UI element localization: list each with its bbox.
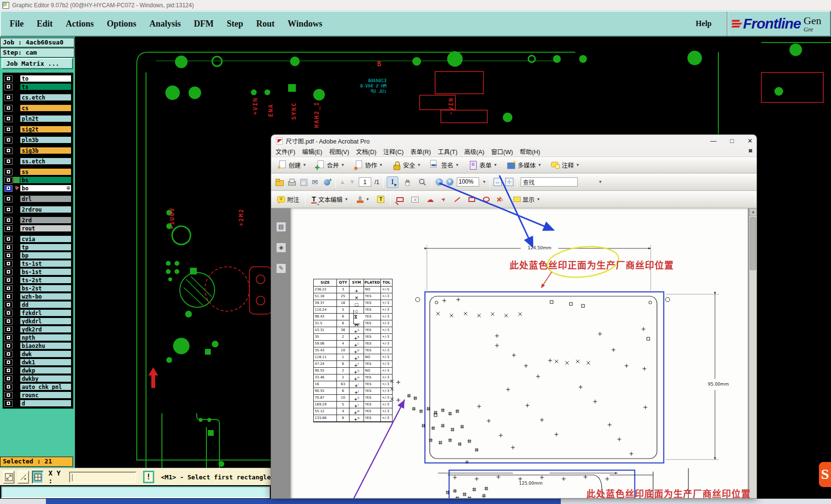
toolbar-close-icon[interactable]: ✖ [748,148,753,154]
save-icon[interactable] [299,178,308,187]
task-button-icon [277,160,287,170]
drill-table-row: 35.43 10 +D YES +/-3 [314,347,392,354]
task-toolbar-button[interactable]: 创建 ▼ [275,159,308,171]
layers-panel-icon[interactable]: ◈ [276,243,286,253]
arrow-button[interactable]: ➤ [439,195,448,203]
drill-table-row: 47.24 6 +F YES +/-3 [314,361,392,368]
task-button-icon [353,160,363,170]
hand-tool[interactable] [402,176,413,188]
select-tool[interactable]: I [387,176,398,188]
fit-width-icon[interactable]: ↔ [494,178,502,186]
attachments-panel-icon[interactable]: ✎ [276,263,286,274]
drill-table-row: 110.24 5 ◇ YES +/-3 [314,307,392,314]
show-button[interactable]: 显示 ▼ [511,194,542,205]
note-bubble-icon [277,196,285,202]
oval-button[interactable] [481,196,492,203]
dimension-width-top: 124.50mm [520,245,559,250]
callout-icon [396,197,404,202]
rectangle-icon [468,197,475,202]
scroll-up-icon[interactable]: ▲ [749,208,757,216]
sticky-note-button[interactable]: 附注 [275,194,301,205]
text-edit-button[interactable]: T 文本编辑 ▼ [309,194,350,205]
task-button-icon [430,160,439,170]
silkscreen-label: SYNC [291,92,297,120]
silkscreen-label: B [377,60,381,68]
marquee-zoom-tool[interactable] [417,176,428,188]
print-icon[interactable] [287,178,296,187]
silkscreen-note-bottom: 此处蓝色丝印底面为生产厂商丝印位置 [586,487,751,499]
previous-page-icon[interactable]: ▲ [339,178,346,186]
task-toolbar-button[interactable]: 安全 ▼ [390,159,423,171]
drill-table-row: 236.22 3 + NO +/-5 [314,287,392,293]
text-edit-icon: T [311,196,317,203]
zoom-in-button[interactable]: + [446,178,453,186]
highlight-icon: T [377,196,384,203]
callout-button[interactable] [394,196,406,203]
drill-table-row: 31.5 6 ⋈ YES +/-3 [314,320,392,327]
line-button[interactable] [452,198,463,201]
find-dropdown-icon[interactable]: ▼ [598,180,602,184]
drill-table-row: 35 2 +B YES +/-3 [314,334,392,341]
ime-tray-icon[interactable]: S [819,462,831,487]
silkscreen-label: -VIN [448,86,454,115]
acrobat-window: 尺寸图.pdf - Adobe Acrobat Pro — □ ✕ 文件(F)编… [271,134,757,499]
acrobat-menu-item[interactable]: 窗口(W) [491,147,513,156]
acrobat-menu-item[interactable]: 高级(A) [464,147,484,156]
zoom-dropdown-icon[interactable]: ▼ [482,180,486,184]
highlight-button[interactable]: T [375,195,386,204]
task-toolbar-button[interactable]: 多媒体 ▼ [504,159,543,171]
task-button-icon [468,160,478,170]
pencil-icon [497,196,506,203]
acrobat-menu-item[interactable]: 视图(V) [329,147,350,156]
task-button-icon [506,160,516,170]
dimension-width-bottom: 125.00mm [513,481,549,486]
cloud-button[interactable]: ☁ [424,194,436,205]
red-arrow-marker [148,367,158,388]
drill-table-row: 59.06 4 +C YES +/-3 [314,341,392,347]
drill-table-row: 133.86 6 +N YES +/-3 [314,415,392,422]
drill-table-row: 33.46 2 +H YES +/-3 [314,374,392,381]
task-toolbar-button[interactable]: 签名 ▼ [428,159,461,171]
acrobat-nav-toolbar: ▲ ▼ /1 I − + 100% ▼ ↔ ⊹ ▼ [271,173,757,191]
minimize-button[interactable]: — [710,137,716,144]
zoom-level[interactable]: 100% [457,177,479,187]
acrobat-menu-item[interactable]: 帮助(H) [520,147,540,156]
textbox-button[interactable]: ≡ [409,196,421,203]
email-icon[interactable] [311,178,320,187]
close-button[interactable]: ✕ [747,137,753,144]
scroll-thumb[interactable] [750,217,756,270]
drill-table-row: 43.31 36 +A YES +/-3 [314,327,392,334]
silkscreen-note-top: 此处蓝色丝印正面为生产厂商丝印位置 [510,258,674,271]
arrow-icon: ➤ [440,196,448,203]
find-input[interactable] [521,177,578,187]
open-icon[interactable] [275,178,284,187]
acrobat-menu-item[interactable]: 编辑(E) [302,147,322,156]
dimension-height-right: 95.00mm [700,382,736,387]
upload-icon[interactable] [323,178,332,187]
next-page-icon[interactable]: ▼ [349,178,355,186]
stamp-button[interactable]: ▼ [354,195,372,204]
pencil-button[interactable] [496,195,508,204]
pages-panel-icon[interactable]: ▤ [276,222,286,232]
acrobat-menu-item[interactable]: 表单(R) [410,147,431,156]
acrobat-menu-item[interactable]: 文件(F) [276,147,295,156]
acrobat-menu-item[interactable]: 注释(C) [383,147,404,156]
task-toolbar-button[interactable]: 表单 ▼ [466,159,499,171]
zoom-out-button[interactable]: − [436,178,443,186]
drill-table-header-cell: QTY [337,279,350,287]
task-toolbar-button[interactable]: 注释 ▼ [548,159,582,171]
acrobat-titlebar[interactable]: 尺寸图.pdf - Adobe Acrobat Pro [271,135,757,146]
red-leader-bottom [602,498,610,499]
page-number-input[interactable] [359,177,371,187]
acrobat-menu-item[interactable]: 工具(T) [437,147,457,156]
fit-page-icon[interactable]: ⊹ [505,178,513,186]
acrobat-menu-item[interactable]: 文档(D) [356,147,376,156]
vertical-scrollbar[interactable]: ▲ [749,208,757,499]
task-toolbar-button[interactable]: 合并 ▼ [313,159,347,171]
drill-table: SIZEQTYSYMPLATEDTOL 236.22 3 + NO +/-5 5… [313,279,393,422]
oval-icon [483,197,490,202]
task-toolbar-button[interactable]: 协作 ▼ [351,159,385,171]
silkscreen-label: HAH2_I [313,94,320,128]
maximize-button[interactable]: □ [730,137,734,144]
rectangle-button[interactable] [467,196,477,203]
